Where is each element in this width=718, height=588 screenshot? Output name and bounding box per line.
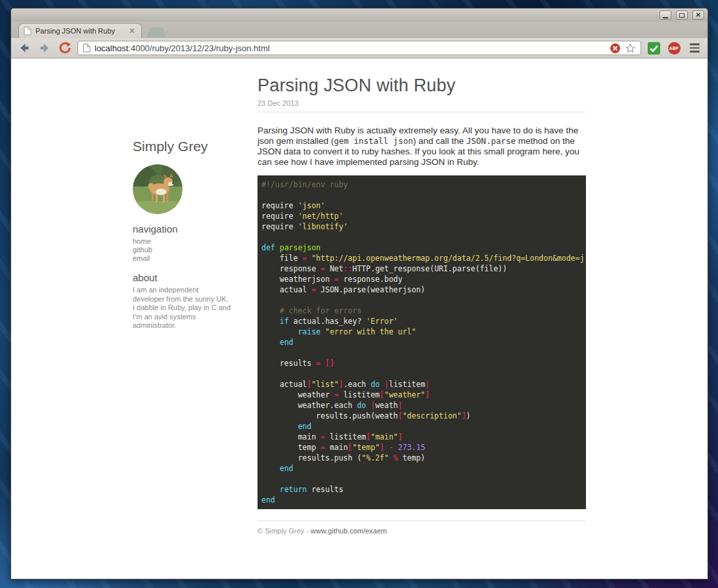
reload-icon: [58, 41, 72, 55]
sidebar-nav: home github email: [133, 237, 231, 263]
code-line: temp = main["temp"] - 273.15: [261, 442, 582, 453]
tab-close-icon[interactable]: ✕: [127, 28, 137, 34]
site-title[interactable]: Simply Grey: [133, 139, 231, 154]
code-line: weather = listitem["weather"]: [261, 390, 582, 400]
new-tab-button[interactable]: [146, 28, 166, 37]
code-line: end: [261, 421, 582, 432]
bookmark-star-icon[interactable]: [625, 43, 636, 54]
page-favicon-icon: [24, 26, 32, 35]
url-domain: localhost: [95, 43, 128, 53]
divider: [258, 520, 586, 521]
code-line: results.push(weath["description"]): [261, 411, 582, 421]
sidebar-item-home[interactable]: home: [133, 237, 231, 246]
code-line: file = "http://api.openweathermap.org/da…: [261, 253, 582, 263]
github-footer-link[interactable]: www.github.com/exaem: [311, 527, 387, 535]
window-titlebar[interactable]: ✕: [11, 9, 707, 22]
page-icon: [83, 43, 91, 53]
code-line: [261, 190, 582, 200]
close-button[interactable]: ✕: [692, 11, 704, 20]
code-line: require 'libnotify': [261, 221, 582, 232]
code-line: actual = JSON.parse(weatherjson): [261, 284, 582, 295]
intro-text: ) and call the: [413, 136, 466, 146]
post-article: Parsing JSON with Ruby 23 Dec 2013 Parsi…: [258, 58, 586, 535]
abp-icon: ABP: [668, 42, 681, 55]
code-line: require 'json': [261, 200, 582, 211]
post-date: 23 Dec 2013: [258, 99, 586, 107]
navigation-heading: navigation: [133, 223, 231, 235]
sidebar-item-email[interactable]: email: [133, 254, 231, 263]
code-line: if actual.has_key? 'Error': [261, 316, 582, 327]
minimize-icon: [663, 17, 668, 18]
window-controls: ✕: [660, 11, 704, 20]
tab-strip: Parsing JSON with Ruby ✕: [11, 22, 707, 38]
inline-code-gem-install: gem install json: [334, 136, 413, 146]
code-block: #!/usr/bin/env ruby require 'json'requir…: [258, 175, 586, 509]
hamburger-menu-icon: [686, 43, 702, 53]
about-heading: about: [133, 272, 231, 283]
browser-window: ✕ Parsing JSON with Ruby ✕: [11, 8, 708, 579]
post-intro: Parsing JSON with Ruby is actually extre…: [258, 125, 586, 168]
reload-button[interactable]: [57, 40, 73, 56]
about-text: I am an independent developer from the s…: [133, 286, 231, 330]
post-title: Parsing JSON with Ruby: [258, 76, 586, 96]
back-arrow-icon: [18, 41, 31, 55]
maximize-button[interactable]: [676, 11, 688, 20]
sidebar-item-github[interactable]: github: [133, 246, 231, 254]
code-line: weatherjson = response.body: [261, 274, 582, 284]
green-check-icon: [648, 42, 660, 55]
back-button[interactable]: [16, 40, 32, 56]
code-line: [261, 369, 582, 379]
code-line: end: [261, 495, 582, 505]
code-line: results = []: [261, 358, 582, 369]
browser-toolbar: localhost:4000/ruby/2013/12/23/ruby-json…: [11, 38, 707, 58]
sidebar: Simply Grey: [133, 58, 231, 535]
inline-code-json-parse: JSON.parse: [466, 136, 516, 146]
code-line: #!/usr/bin/env ruby: [261, 179, 582, 190]
content-wrapper: Simply Grey: [133, 58, 586, 535]
code-line: [261, 474, 582, 484]
url-path: :4000/ruby/2013/12/23/ruby-json.html: [128, 43, 269, 53]
code-line: raise "error with the url": [261, 327, 582, 337]
browser-menu-button[interactable]: [686, 40, 702, 56]
tab-parsing-json[interactable]: Parsing JSON with Ruby ✕: [18, 23, 142, 38]
code-line: [261, 295, 582, 305]
code-line: weather.each do |weath|: [261, 400, 582, 411]
code-line: def parsejson: [261, 242, 582, 253]
code-line: # check for errors: [261, 305, 582, 316]
code-line: end: [261, 463, 582, 474]
code-line: main = listitem["main"]: [261, 432, 582, 442]
profile-photo: [133, 164, 183, 214]
code-line: actual["list"].each do |listitem|: [261, 379, 582, 390]
forward-button[interactable]: [37, 40, 53, 56]
page-footer: © Simply Grey - www.github.com/exaem: [258, 527, 586, 535]
extension-check-button[interactable]: [646, 40, 662, 56]
copyright-text: © Simply Grey -: [258, 527, 311, 535]
code-line: results.push ("%.2f" % temp): [261, 453, 582, 463]
adblock-plus-button[interactable]: ABP: [666, 40, 682, 56]
divider: [258, 112, 586, 112]
code-line: return results: [261, 484, 582, 495]
page-content: Simply Grey: [11, 58, 707, 579]
forward-arrow-icon: [38, 41, 51, 55]
close-icon: ✕: [696, 12, 701, 18]
maximize-icon: [679, 13, 684, 18]
minimize-button[interactable]: [660, 11, 671, 20]
code-line: [261, 232, 582, 242]
code-line: end: [261, 337, 582, 348]
dog-photo-image: [133, 164, 183, 214]
code-line: require 'net/http': [261, 211, 582, 221]
code-line: response = Net::HTTP.get_response(URI.pa…: [261, 263, 582, 274]
blocked-content-icon[interactable]: [610, 43, 621, 54]
code-line: [261, 348, 582, 358]
url-text: localhost:4000/ruby/2013/12/23/ruby-json…: [95, 43, 606, 53]
address-bar[interactable]: localhost:4000/ruby/2013/12/23/ruby-json…: [78, 41, 641, 55]
tab-title: Parsing JSON with Ruby: [35, 27, 123, 35]
